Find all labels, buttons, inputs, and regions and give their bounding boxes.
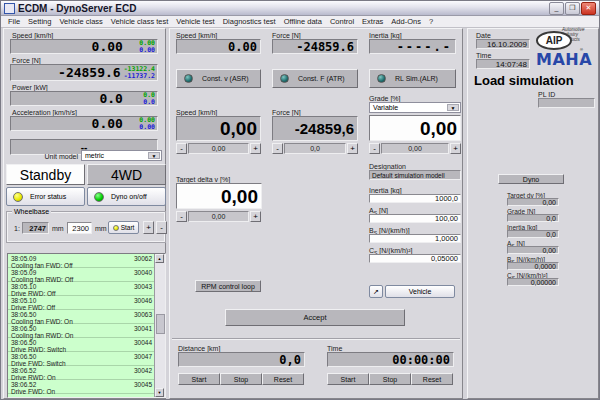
target-delta-spin-value[interactable]: 0,00 [188,211,249,222]
menu-item-offline-data[interactable]: Offline data [280,17,326,26]
maha-aip-logo: AutomotiveIndustryProducts AIP ® MAHA [536,27,596,71]
wheelbase-rear-field[interactable]: 2300 [67,222,92,234]
grade-set-plus-button[interactable]: + [450,143,461,154]
page-title: Load simulation [474,73,574,88]
menu-item-extras[interactable]: Extras [358,17,387,26]
wheelbase-front-field: 2747 [22,222,49,234]
dyno-onoff-led-icon [94,192,104,202]
window-title: ECDM - DynoServer ECD [18,3,548,14]
timer-reset-button[interactable]: Reset [411,373,453,385]
log-row[interactable]: 38:06.5030044Drive RWD: Switch [8,338,165,352]
date-label: Date [476,32,491,39]
menu-item-vehicle-test[interactable]: Vehicle test [172,17,218,26]
grade-set-spin-value[interactable]: 0,00 [381,143,449,154]
dyno-onoff-button[interactable]: Dyno on/off [87,187,166,206]
mid-inertia-display: ----.- [369,39,456,54]
log-code: 30045 [134,381,152,388]
rl-sim-led-icon [377,74,386,83]
log-row[interactable]: 38:05.0930040Cooling fan RWD: Off [8,268,165,282]
rpm-control-loop-button[interactable]: RPM control loop [195,280,261,292]
menu-item-setting[interactable]: Setting [24,17,55,26]
timer-value: 00:00:00 [328,354,453,366]
menu-item-add-ons[interactable]: Add-Ons [387,17,425,26]
chevron-down-icon[interactable]: ▼ [148,152,160,159]
speed-set-plus-button[interactable]: + [250,143,261,154]
menu-item-vehicle-class[interactable]: Vehicle class [55,17,106,26]
rl-sim-alr-button[interactable]: RL Sim.(ALR) [369,69,456,88]
dyno-bs-field: 0,0000 [507,262,559,270]
grade-mode-select[interactable]: Variable ▼ [369,102,461,113]
timer-label: Time [327,345,342,352]
wheelbase-rear-unit: mm [95,225,107,232]
force-set-plus-button[interactable]: + [347,143,358,154]
unit-model-select[interactable]: metric ▼ [81,150,162,161]
minimize-button[interactable]: _ [549,2,564,15]
vehicle-button[interactable]: Vehicle [385,285,455,298]
error-status-label: Error status [30,193,66,200]
log-time: 38:06.50 [11,325,36,332]
menu-item-vehicle-class-test[interactable]: Vehicle class test [107,17,173,26]
sim-cs-field[interactable]: 0,05000 [369,254,461,263]
distance-reset-button[interactable]: Reset [262,373,304,385]
wheelbase-plus-button[interactable]: + [143,221,154,234]
maximize-button[interactable]: ❐ [565,2,580,15]
distance-start-button[interactable]: Start [178,373,220,385]
const-v-asr-button[interactable]: Const. v (ASR) [176,69,261,88]
log-time: 38:05.09 [11,269,36,276]
log-row[interactable]: 38:06.5230042Drive RWD: On [8,366,165,380]
scroll-down-icon[interactable]: ▼ [155,388,164,397]
wheelbase-start-button[interactable]: Start [108,221,139,234]
target-delta-minus-button[interactable]: - [176,211,187,222]
arrow-up-right-icon: ↗ [373,288,379,296]
log-row[interactable]: 38:06.5030047Drive FWD: Switch [8,352,165,366]
log-time: 38:05.10 [11,283,36,290]
wheelbase-minus-button[interactable]: - [156,221,167,234]
log-time: 38:06.50 [11,339,36,346]
force-set-minus-button[interactable]: - [272,143,283,154]
log-row[interactable]: 38:06.5030063Cooling fan FWD: On [8,310,165,324]
log-scrollbar[interactable]: ▲ ▼ [154,254,165,397]
timer-start-button[interactable]: Start [327,373,369,385]
info-panel: Date 16.10.2009 Time 14:07:48 Automotive… [467,28,599,399]
accept-button[interactable]: Accept [225,309,405,326]
scroll-up-icon[interactable]: ▲ [155,254,164,263]
power-actual-display: 0.0 0.0 0.0 [10,91,158,106]
dyno-header: Dyno [498,174,564,184]
sim-inertia-field[interactable]: 1000,0 [369,194,461,203]
const-v-label: Const. v (ASR) [202,75,249,82]
force-set-spin-value[interactable]: 0,0 [284,143,346,154]
chevron-down-icon[interactable]: ▼ [447,104,459,111]
control-panel: Speed [km/h] 0.00 Force [N] -24859.6 Ine… [169,28,463,399]
log-row[interactable]: 38:05.1030046Drive FWD: Off [8,296,165,310]
log-row[interactable]: 38:06.5230045Drive FWD: On [8,380,165,394]
standby-status-button[interactable]: Standby [6,164,85,185]
distance-stop-button[interactable]: Stop [220,373,262,385]
menu-item-help[interactable]: ? [425,17,437,26]
error-status-button[interactable]: Error status [6,187,85,206]
mid-force-display: -24859.6 [272,39,358,54]
log-code: 30046 [134,297,152,304]
sim-as-field[interactable]: 100,00 [369,214,461,223]
menu-item-file[interactable]: File [4,17,24,26]
wheelbase-front-unit: mm [52,225,64,232]
log-row[interactable]: 38:05.0930062Cooling fan FWD: Off [8,254,165,268]
speed-set-minus-button[interactable]: - [176,143,187,154]
scroll-thumb[interactable] [156,314,165,334]
aip-text: AIP [546,35,563,46]
log-text: Drive FWD: On [11,388,55,395]
log-row[interactable]: 38:06.5030041Cooling fan RWD: On [8,324,165,338]
timer-stop-button[interactable]: Stop [369,373,411,385]
close-button[interactable]: ✕ [581,2,596,15]
log-code: 30047 [134,353,152,360]
speed-set-spin-value[interactable]: 0,00 [188,143,249,154]
mid-force-label: Force [N] [272,32,301,39]
target-delta-plus-button[interactable]: + [250,211,261,222]
menu-item-control[interactable]: Control [326,17,358,26]
force-set-value: -24859,6 [273,121,357,136]
log-row[interactable]: 38:05.1030043Drive RWD: Off [8,282,165,296]
sim-bs-field[interactable]: 1,0000 [369,234,461,243]
grade-set-minus-button[interactable]: - [369,143,380,154]
vehicle-select-icon-button[interactable]: ↗ [369,285,383,298]
const-f-atr-button[interactable]: Const. F (ATR) [272,69,358,88]
menu-item-diagnostics-test[interactable]: Diagnostics test [219,17,280,26]
